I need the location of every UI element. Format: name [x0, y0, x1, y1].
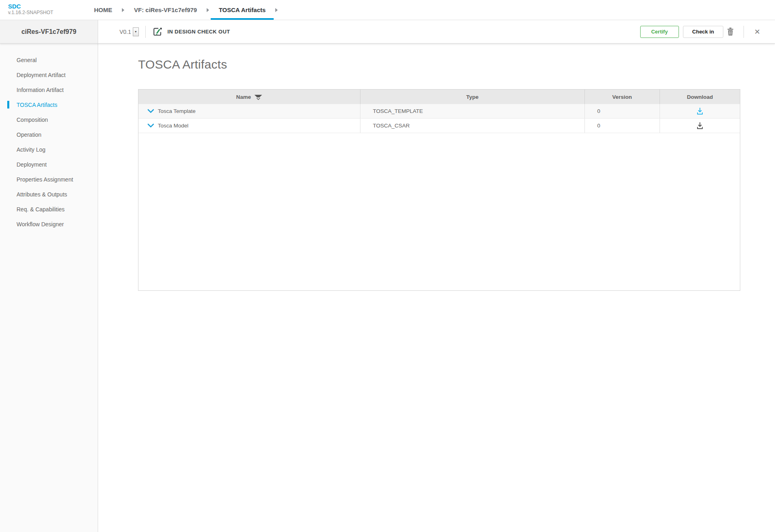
toolbar-divider [744, 26, 744, 38]
sidebar-item-label: Attributes & Outputs [17, 191, 67, 198]
column-header-label: Download [687, 94, 713, 100]
app-name: SDC [8, 3, 86, 10]
sidebar-item-label: Deployment Artifact [17, 72, 65, 78]
sidebar-item-attributes-outputs[interactable]: Attributes & Outputs [0, 187, 98, 202]
artifact-type: TOSCA_CSAR [373, 123, 410, 129]
lifecycle-status-label: IN DESIGN CHECK OUT [168, 29, 230, 35]
sidebar-item-information-artifact[interactable]: Information Artifact [0, 82, 98, 97]
check-in-button[interactable]: Check in [683, 26, 723, 38]
sidebar-menu: General Deployment Artifact Information … [0, 44, 98, 532]
artifact-type-cell: TOSCA_TEMPLATE [360, 104, 585, 118]
column-header-name[interactable]: Name [138, 90, 360, 104]
close-icon: ✕ [754, 28, 760, 35]
toolbar-divider [145, 26, 146, 38]
artifact-download-cell [660, 104, 740, 118]
trash-icon [727, 27, 734, 36]
sidebar-item-label: Deployment [17, 161, 47, 168]
artifact-name: Tosca Model [158, 123, 189, 129]
artifact-version: 0 [597, 108, 601, 114]
delete-button[interactable] [723, 26, 737, 38]
artifact-name-cell: Tosca Model [138, 119, 360, 133]
download-icon[interactable] [696, 107, 704, 115]
breadcrumb-home[interactable]: HOME [86, 0, 120, 20]
app-version: v.1.16.2-SNAPSHOT [8, 10, 86, 16]
breadcrumb-arrow-icon [207, 8, 209, 12]
sidebar-item-composition[interactable]: Composition [0, 112, 98, 127]
artifact-download-cell [660, 119, 740, 133]
table-row-tosca-template: Tosca Template TOSCA_TEMPLATE 0 [138, 104, 740, 119]
artifact-version-cell: 0 [585, 104, 660, 118]
version-select[interactable]: ▼ [133, 27, 139, 36]
sidebar-item-operation[interactable]: Operation [0, 127, 98, 142]
sidebar-item-tosca-artifacts[interactable]: TOSCA Artifacts [0, 97, 98, 112]
sidebar-item-label: Req. & Capabilities [17, 206, 65, 213]
sidebar-item-label: Activity Log [17, 146, 46, 153]
active-indicator-bar [7, 101, 9, 108]
sidebar-item-label: TOSCA Artifacts [17, 102, 57, 108]
page-title: TOSCA Artifacts [138, 58, 775, 71]
expand-chevron-down-icon[interactable] [147, 109, 154, 113]
version-toolbar: V0.1 ▼ IN DESIGN CHECK OUT Certify Check… [98, 20, 775, 44]
download-icon[interactable] [696, 122, 704, 130]
artifact-version: 0 [597, 123, 601, 129]
sidebar-item-label: Operation [17, 131, 41, 138]
sidebar-item-properties-assignment[interactable]: Properties Assignment [0, 172, 98, 187]
expand-chevron-down-icon[interactable] [147, 123, 154, 128]
app-logo: SDC v.1.16.2-SNAPSHOT [0, 0, 86, 20]
in-design-edit-icon [152, 27, 163, 37]
version-label: V0.1 [119, 29, 131, 35]
breadcrumb-arrow-icon [275, 8, 278, 12]
column-header-label: Version [612, 94, 632, 100]
breadcrumb-arrow-icon [122, 8, 124, 12]
component-toolbar: ciRes-VF1c7ef979 V0.1 ▼ IN DESIGN CHECK … [0, 20, 775, 44]
artifact-type: TOSCA_TEMPLATE [373, 108, 423, 114]
sidebar-item-label: Workflow Designer [17, 221, 64, 227]
sidebar-item-label: Composition [17, 117, 48, 123]
column-header-version[interactable]: Version [585, 90, 660, 104]
sidebar-item-req-capabilities[interactable]: Req. & Capabilities [0, 202, 98, 217]
tosca-artifacts-table: Name Type Version Download Tosca Templat… [138, 89, 740, 291]
component-title: ciRes-VF1c7ef979 [0, 20, 98, 44]
sidebar-item-workflow-designer[interactable]: Workflow Designer [0, 217, 98, 232]
sort-descending-icon [254, 95, 262, 100]
artifact-type-cell: TOSCA_CSAR [360, 119, 585, 133]
sidebar-item-general[interactable]: General [0, 52, 98, 67]
table-row-tosca-model: Tosca Model TOSCA_CSAR 0 [138, 119, 740, 133]
top-nav: SDC v.1.16.2-SNAPSHOT HOME VF: ciRes-VF1… [0, 0, 775, 20]
main-content: TOSCA Artifacts Name Type Version Downlo… [98, 44, 775, 532]
sidebar-item-label: General [17, 57, 37, 63]
column-header-label: Name [236, 94, 251, 100]
sidebar-item-deployment[interactable]: Deployment [0, 157, 98, 172]
table-header-row: Name Type Version Download [138, 90, 740, 104]
artifact-version-cell: 0 [585, 119, 660, 133]
sidebar-item-label: Properties Assignment [17, 176, 73, 183]
column-header-type[interactable]: Type [360, 90, 585, 104]
breadcrumb-vf[interactable]: VF: ciRes-VF1c7ef979 [126, 0, 205, 20]
close-button[interactable]: ✕ [750, 26, 764, 38]
column-header-download[interactable]: Download [660, 90, 740, 104]
artifact-name-cell: Tosca Template [138, 104, 360, 118]
breadcrumb: HOME VF: ciRes-VF1c7ef979 TOSCA Artifact… [86, 0, 279, 20]
artifact-name: Tosca Template [158, 108, 196, 114]
sidebar-item-activity-log[interactable]: Activity Log [0, 142, 98, 157]
table-empty-area [138, 133, 740, 290]
sidebar-item-deployment-artifact[interactable]: Deployment Artifact [0, 67, 98, 82]
breadcrumb-tosca-artifacts[interactable]: TOSCA Artifacts [211, 0, 274, 20]
sidebar-item-label: Information Artifact [17, 87, 64, 93]
certify-button[interactable]: Certify [640, 26, 679, 38]
column-header-label: Type [466, 94, 479, 100]
